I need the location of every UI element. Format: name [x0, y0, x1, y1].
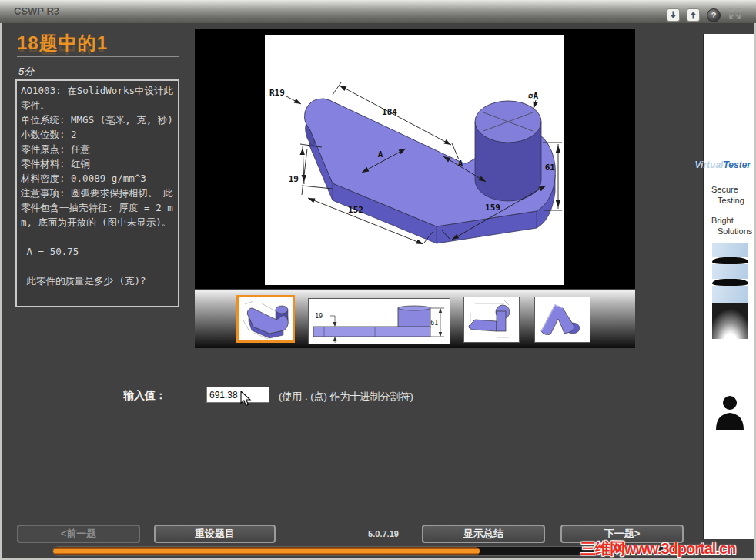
thumbnail-strip: 19 61 — [195, 290, 635, 348]
help-glyph: ? — [711, 11, 717, 20]
question-text-box: AO1003: 在SolidWorks中设计此零件。 单位系统: MMGS (毫… — [15, 79, 179, 307]
thumbnail-top-view[interactable] — [463, 297, 520, 343]
dim-radius: R19 — [269, 88, 285, 98]
dim-a2: A — [458, 159, 463, 169]
eye-photo-art — [712, 243, 748, 339]
progress-fill — [53, 547, 480, 555]
cad-drawing: R19 184 ⌀A 61 A A 19 152 159 — [265, 35, 564, 285]
answer-label: 输入值： — [123, 389, 166, 403]
arrow-up-icon[interactable] — [687, 8, 700, 22]
dim-right-length: 159 — [485, 203, 500, 213]
window-border-left — [0, 22, 2, 560]
dim-thickness: 19 — [289, 174, 299, 184]
arrow-down-icon[interactable] — [667, 8, 680, 22]
virtualtester-logo: VirtualTester — [695, 159, 751, 170]
dim-height: 61 — [545, 163, 556, 173]
app-window: CSWP R3 ? 18题中的1 18题中的1 5分 AO1003: 在Soli… — [0, 0, 756, 560]
thumb-dim-height: 61 — [430, 320, 438, 327]
fullscreen-icon[interactable] — [728, 6, 742, 24]
title-bar: CSWP R3 ? — [0, 0, 756, 23]
window-title: CSWP R3 — [14, 5, 59, 17]
thumbnail-isometric-alt[interactable] — [534, 297, 590, 343]
cad-part-isometric: R19 184 ⌀A 61 A A 19 152 159 — [265, 35, 564, 285]
brand-dark: Tester — [723, 159, 751, 170]
tagline-bright-solutions: Bright Solutions — [711, 215, 752, 236]
thumb-dim-thickness: 19 — [315, 313, 323, 320]
mouse-cursor — [240, 391, 252, 411]
reset-question-button[interactable]: 重设题目 — [154, 525, 276, 543]
tagline-line: Testing — [711, 195, 744, 206]
sidebar-panel: VirtualTester Secure Testing Bright Solu… — [703, 34, 754, 539]
previous-question-button[interactable]: <前一题 — [17, 525, 140, 543]
person-silhouette-icon — [714, 394, 746, 433]
version-label: 5.0.7.19 — [345, 529, 422, 538]
show-summary-button[interactable]: 显示总结 — [422, 525, 545, 543]
thumbnail-isometric-selected[interactable] — [236, 295, 295, 343]
tagline-line: Bright — [711, 215, 752, 226]
tagline-secure-testing: Secure Testing — [711, 184, 744, 206]
image-viewer: R19 184 ⌀A 61 A A 19 152 159 — [195, 29, 635, 289]
dim-diameter: ⌀A — [528, 91, 539, 101]
help-icon[interactable]: ? — [707, 8, 721, 22]
watermark: 三维网www.3dportal.cn — [580, 538, 735, 559]
thumbnail-side-view[interactable]: 19 61 — [308, 298, 450, 344]
titlebar-icons: ? — [667, 6, 742, 24]
brand-light: Virtual — [695, 159, 724, 170]
dim-top-length: 184 — [382, 107, 397, 117]
tagline-line: Solutions — [711, 226, 752, 236]
dim-a1: A — [378, 149, 383, 159]
answer-hint: (使用 . (点) 作为十进制分割符) — [279, 390, 413, 404]
dim-left-length: 152 — [348, 205, 363, 215]
question-counter: 18题中的1 — [17, 31, 108, 55]
tagline-line: Secure — [711, 184, 744, 195]
question-points: 5分 — [18, 65, 34, 79]
answer-input[interactable] — [206, 387, 269, 403]
